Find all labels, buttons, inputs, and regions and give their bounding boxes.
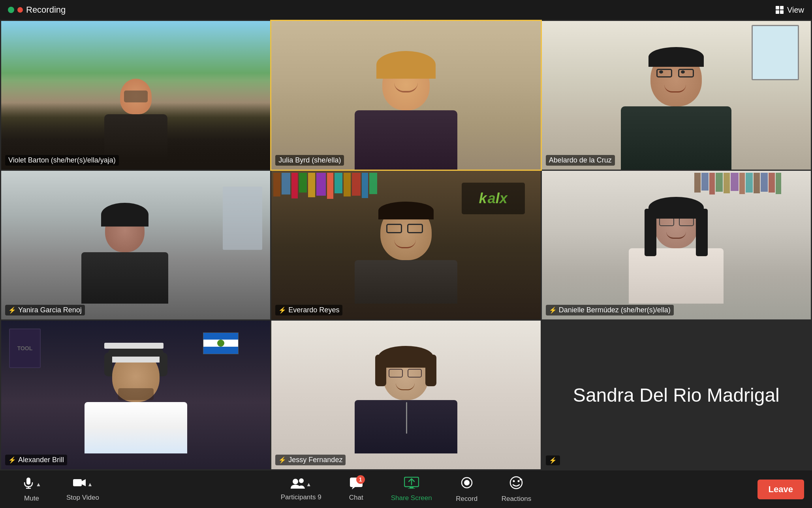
chat-icon-wrapper: 1 [350,477,363,491]
video-group: ▲ [73,477,93,491]
everardo-name: Everardo Reyes [288,306,339,314]
video-arrow: ▲ [87,481,93,487]
participant-name-everardo: ⚡ Everardo Reyes [275,305,342,315]
svg-rect-3 [780,10,784,14]
tile-everardo: k a l x ⚡ Everardo Reyes [271,171,540,319]
recording-indicator: Recording [8,5,66,15]
svg-rect-1 [780,6,784,9]
participant-name-abelardo: Abelardo de la Cruz [546,155,615,166]
violet-name: Violet Barton (she/her(s)/ella/yaja) [8,156,116,164]
view-label: View [787,6,804,15]
svg-point-15 [464,480,470,485]
svg-point-8 [293,479,298,484]
svg-rect-12 [410,487,414,488]
participant-name-jessy: ⚡ Jessy Fernandez [275,455,346,465]
svg-rect-13 [408,488,415,489]
reactions-icon [509,476,523,493]
toolbar: ▲ Mute ▲ Stop Video [0,470,812,508]
grid-icon [775,6,784,14]
record-label: Record [456,495,477,503]
view-button[interactable]: View [775,6,804,15]
stop-video-button[interactable]: ▲ Stop Video [55,473,110,506]
alexander-name: Alexander Brill [18,456,64,464]
tile-danielle: ⚡ Danielle Bermúdez (she/her(s)/ella) [542,171,811,319]
mute-icon-sandra: ⚡ [549,457,557,464]
green-dot [8,7,14,13]
share-screen-button[interactable]: Share Screen [380,474,443,505]
svg-point-16 [510,477,522,489]
tile-yanira: ⚡ Yanira Garcia Renoj [1,171,270,319]
tile-julia: Julia Byrd (she/ella) [271,21,540,170]
camera-icon [73,477,86,491]
participant-name-alexander: ⚡ Alexander Brill [5,455,67,465]
mute-icon-danielle: ⚡ [549,306,557,314]
tile-violet: Violet Barton (she/her(s)/ella/yaja) [1,21,270,170]
svg-point-9 [299,478,304,483]
tile-jessy: ⚡ Jessy Fernandez [271,321,540,469]
tile-sandra: Sandra Del Rio Madrigal ⚡ [542,321,811,469]
participant-name-yanira: ⚡ Yanira Garcia Renoj [5,305,85,315]
participant-name-violet: Violet Barton (she/her(s)/ella/yaja) [5,155,119,166]
mute-button[interactable]: ▲ Mute [8,473,55,506]
participants-group: ▲ [291,478,312,491]
red-dot [17,7,23,13]
mute-icon-jessy: ⚡ [278,456,286,464]
sandra-name-card: Sandra Del Rio Madrigal [573,384,780,406]
top-bar: Recording View [0,0,812,20]
microphone-icon [22,476,35,492]
reactions-button[interactable]: Reactions [491,473,543,506]
mute-icon-alexander: ⚡ [8,456,16,464]
mute-icon-yanira: ⚡ [8,306,16,314]
svg-rect-7 [73,479,82,486]
mute-group: ▲ [22,476,41,492]
share-screen-label: Share Screen [391,494,432,502]
svg-rect-2 [776,10,779,14]
mute-label: Mute [24,495,39,502]
svg-rect-0 [776,6,779,9]
recording-label: Recording [26,5,66,15]
participant-name-julia: Julia Byrd (she/ella) [275,155,344,166]
participant-name-danielle: ⚡ Danielle Bermúdez (she/her(s)/ella) [546,305,674,315]
participant-name-sandra: ⚡ [546,455,560,465]
julia-name: Julia Byrd (she/ella) [278,156,341,164]
tile-alexander: TOOL ⚡ Alexand [1,321,270,469]
participants-icon [291,478,305,489]
record-icon [460,476,474,493]
chat-label: Chat [349,494,363,502]
participants-button[interactable]: ▲ Participants 9 [270,474,333,504]
record-button[interactable]: Record [443,473,491,506]
participants-arrow: ▲ [306,481,312,487]
danielle-name: Danielle Bermúdez (she/her(s)/ella) [559,306,671,314]
mute-arrow: ▲ [36,481,41,487]
mute-icon-everardo: ⚡ [278,306,286,314]
chat-button[interactable]: 1 Chat [333,474,380,505]
tile-abelardo: Abelardo de la Cruz [542,21,811,170]
svg-point-17 [513,480,515,482]
leave-button[interactable]: Leave [757,480,804,499]
participants-label: Participants 9 [281,493,321,501]
jessy-name: Jessy Fernandez [288,456,342,464]
share-screen-icon [404,477,419,492]
abelardo-name: Abelardo de la Cruz [549,156,612,164]
video-grid: Violet Barton (she/her(s)/ella/yaja) Jul… [0,20,812,470]
svg-rect-4 [26,478,30,485]
toolbar-left: ▲ Mute ▲ Stop Video [8,473,110,506]
reactions-label: Reactions [502,495,532,503]
stop-video-label: Stop Video [66,494,99,502]
chat-badge: 1 [356,475,365,484]
yanira-name: Yanira Garcia Renoj [18,306,82,314]
toolbar-right: Leave [757,480,804,499]
participants-icon-wrapper [291,478,305,491]
svg-point-18 [518,480,520,482]
